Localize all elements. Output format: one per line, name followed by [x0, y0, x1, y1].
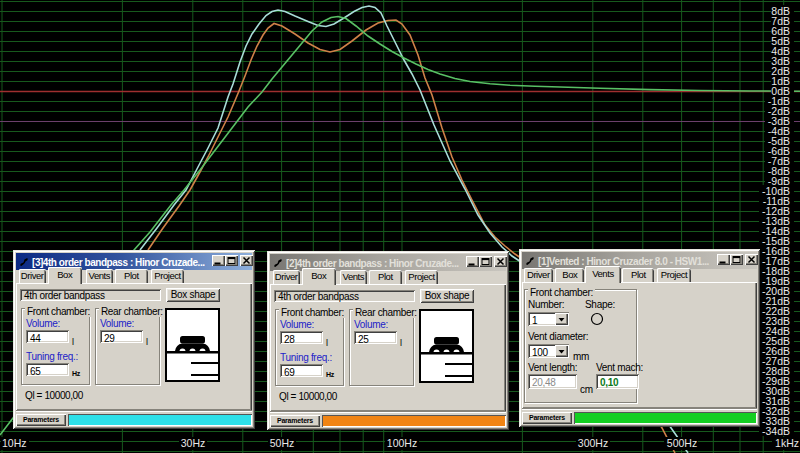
svg-text:-34dB: -34dB: [762, 425, 790, 437]
svg-text:50Hz: 50Hz: [270, 437, 295, 449]
svg-text:100Hz: 100Hz: [387, 437, 417, 449]
svg-text:1kHz: 1kHz: [775, 437, 799, 449]
svg-text:300Hz: 300Hz: [578, 437, 608, 449]
svg-text:30Hz: 30Hz: [181, 437, 206, 449]
svg-text:500Hz: 500Hz: [667, 437, 697, 449]
svg-text:10Hz: 10Hz: [2, 437, 27, 449]
